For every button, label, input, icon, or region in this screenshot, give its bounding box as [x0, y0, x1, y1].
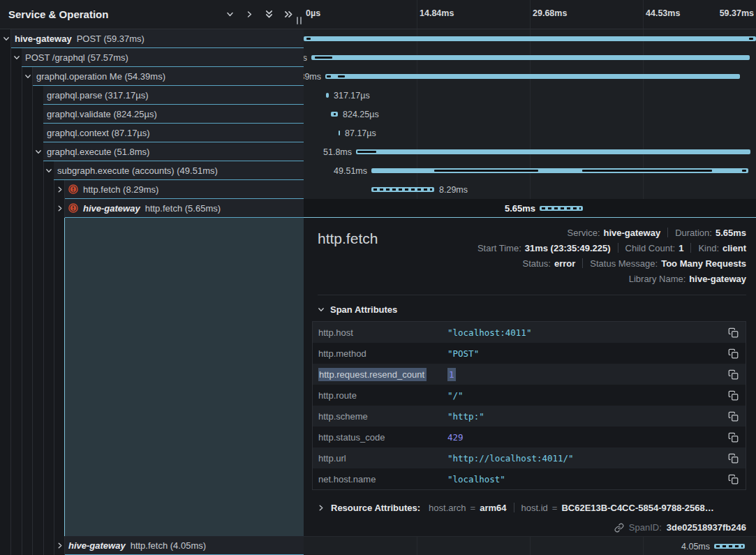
span-bar[interactable] — [331, 112, 338, 117]
chevron-right-icon[interactable] — [57, 205, 64, 212]
chevron-down-icon[interactable] — [13, 54, 20, 61]
attribute-key[interactable]: http.request.resend_count — [318, 369, 447, 380]
attribute-key[interactable]: http.scheme — [318, 411, 447, 422]
span-duration-label: 824.25µs — [343, 110, 379, 119]
span-bar[interactable] — [304, 36, 756, 41]
timeline-row: 824.25µs — [304, 105, 756, 124]
meta-label: Child Count: — [625, 243, 676, 253]
chevron-right-icon[interactable] — [244, 9, 255, 20]
tree-row[interactable]: hive-gateway POST (59.37ms) — [11, 29, 304, 48]
span-bar[interactable] — [339, 131, 340, 135]
tree-row[interactable]: graphql.execute (51.8ms) — [43, 142, 304, 161]
attribute-row: http.url "http://localhost:4011/" — [313, 447, 746, 468]
span-tree-panel: hive-gateway POST (59.37ms) POST /graphq… — [0, 0, 304, 555]
span-bar[interactable] — [356, 149, 750, 154]
meta-label: Library Name: — [629, 274, 686, 284]
tree-row[interactable]: hive-gateway http.fetch (4.05ms) — [65, 536, 304, 555]
span-title: http.fetch — [318, 230, 378, 247]
span-bar[interactable] — [540, 206, 583, 211]
copy-button[interactable] — [728, 474, 739, 484]
link-icon[interactable] — [614, 523, 624, 533]
attribute-value[interactable]: "localhost" — [447, 474, 505, 484]
chevron-down-icon[interactable] — [3, 35, 10, 42]
span-duration-label: 87.17µs — [345, 128, 376, 138]
span-bar[interactable] — [371, 168, 748, 173]
double-chevron-down-icon[interactable] — [264, 9, 274, 20]
span-bar[interactable] — [371, 187, 434, 192]
axis-tick: 14.84ms — [420, 8, 454, 18]
tree-row[interactable]: graphql.operation Me (54.39ms) — [33, 67, 304, 86]
attribute-row: http.route "/" — [313, 385, 746, 406]
chevron-right-icon[interactable] — [57, 542, 64, 549]
panel-splitter-handle[interactable] — [297, 17, 302, 24]
child-span-mark — [334, 113, 336, 115]
divider — [514, 503, 514, 512]
axis-tick: 59.37ms — [720, 8, 754, 18]
attribute-key[interactable]: net.host.name — [318, 474, 447, 484]
attribute-value[interactable]: "POST" — [447, 348, 479, 359]
panel-title: Service & Operation — [8, 8, 108, 20]
span-label: http.fetch (4.05ms) — [131, 540, 206, 551]
double-chevron-right-icon[interactable] — [283, 9, 294, 20]
span-label: http.fetch (8.29ms) — [83, 184, 158, 195]
chevron-right-icon[interactable] — [57, 186, 64, 193]
span-duration-label: 54.39ms — [304, 72, 321, 82]
meta-label: Status: — [523, 258, 551, 269]
span-attributes-toggle[interactable]: Span Attributes — [318, 304, 746, 315]
attribute-key[interactable]: http.status_code — [318, 432, 447, 443]
span-detail-panel: http.fetch Service:hive-gatewayDuration:… — [304, 218, 756, 536]
span-duration-label: 51.8ms — [323, 147, 352, 157]
timeline-panel: 0µs14.84ms29.68ms44.53ms59.37ms 57.57ms5… — [304, 0, 756, 555]
chevron-down-icon[interactable] — [35, 148, 42, 155]
child-span-mark — [749, 38, 753, 40]
span-bar[interactable] — [714, 544, 745, 549]
attribute-key[interactable]: http.method — [318, 348, 447, 359]
span-label: graphql.validate (824.25µs) — [47, 109, 157, 119]
attribute-key[interactable]: http.host — [318, 327, 447, 338]
tree-row-selected[interactable]: hive-gateway http.fetch (5.65ms) — [65, 199, 304, 218]
copy-button[interactable] — [728, 327, 739, 338]
timeline-row-selected: 5.65ms — [304, 199, 756, 218]
span-id-line: SpanID: 3de02518937fb246 — [318, 522, 746, 533]
attribute-value[interactable]: "localhost:4011" — [447, 327, 531, 338]
tree-row[interactable]: graphql.parse (317.17µs) — [43, 86, 304, 105]
tree-row[interactable]: POST /graphql (57.57ms) — [22, 48, 304, 67]
copy-button[interactable] — [728, 432, 739, 443]
copy-button[interactable] — [728, 369, 739, 380]
attribute-value[interactable]: "http:" — [447, 411, 484, 422]
span-bar[interactable] — [311, 55, 750, 60]
meta-label: Start Time: — [477, 243, 521, 253]
timeline-footer-row: 4.05ms — [304, 536, 756, 555]
chevron-down-icon[interactable] — [24, 73, 31, 80]
error-icon — [68, 203, 78, 213]
tree-row[interactable]: graphql.context (87.17µs) — [43, 124, 304, 142]
copy-button[interactable] — [728, 390, 739, 401]
tree-header: Service & Operation — [0, 0, 304, 29]
chevron-down-icon[interactable] — [45, 167, 52, 174]
tree-row[interactable]: graphql.validate (824.25µs) — [43, 105, 304, 124]
chevron-down-icon[interactable] — [225, 9, 235, 20]
error-icon — [68, 184, 78, 194]
span-bar[interactable] — [326, 93, 329, 98]
copy-button[interactable] — [728, 348, 739, 359]
attribute-value[interactable]: 1 — [447, 369, 456, 380]
span-duration-label: 317.17µs — [334, 91, 370, 101]
copy-button[interactable] — [728, 411, 739, 422]
selected-span-expanded-region — [64, 218, 304, 536]
resource-attributes-header: Resource Attributes: — [331, 503, 420, 513]
tree-row[interactable]: http.fetch (8.29ms) — [65, 180, 304, 199]
attribute-value[interactable]: "http://localhost:4011/" — [447, 453, 574, 464]
span-meta: Service:hive-gatewayDuration:5.65msStart… — [477, 225, 746, 286]
span-duration-label: 4.05ms — [681, 542, 710, 552]
copy-button[interactable] — [728, 453, 739, 464]
attribute-key[interactable]: http.route — [318, 390, 447, 401]
attribute-key[interactable]: http.url — [318, 453, 447, 464]
span-label: subgraph.execute (accounts) (49.51ms) — [57, 165, 218, 176]
attribute-value[interactable]: 429 — [447, 432, 464, 443]
resource-attributes-list: host.arch=arm64host.id=BC62E13B-C4CC-585… — [429, 503, 714, 513]
span-bar[interactable] — [325, 74, 740, 79]
attribute-value[interactable]: "/" — [447, 390, 464, 401]
span-label: graphql.parse (317.17µs) — [47, 90, 149, 101]
tree-row[interactable]: subgraph.execute (accounts) (49.51ms) — [54, 161, 304, 180]
resource-attributes-toggle[interactable]: Resource Attributes: host.arch=arm64host… — [318, 499, 746, 516]
